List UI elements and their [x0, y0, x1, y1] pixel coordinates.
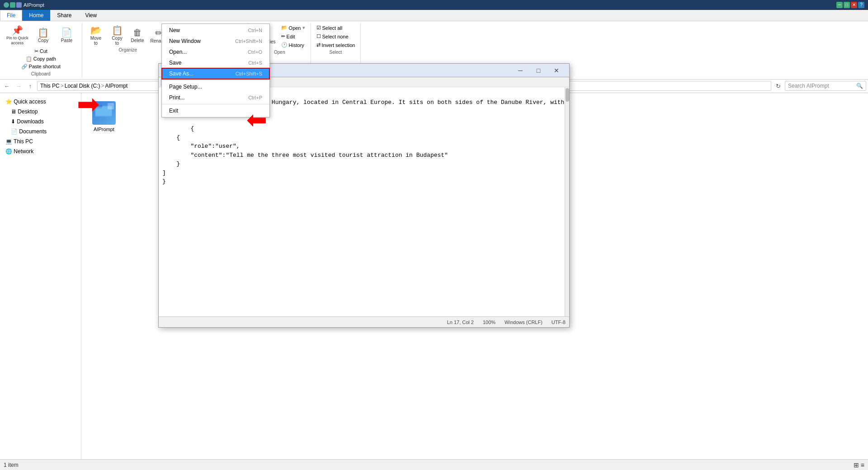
notepad-close-button[interactable]: ✕	[547, 64, 566, 77]
menu-save-as-label: Save As...	[169, 70, 193, 77]
menu-item-open[interactable]: Open... Ctrl+O	[162, 47, 269, 57]
copy-label: Copy	[38, 38, 48, 43]
sidebar-network[interactable]: 🌐 Network	[0, 146, 81, 156]
delete-label: Delete	[131, 38, 144, 43]
edit-button[interactable]: ✏ Edit	[279, 33, 307, 40]
menu-new-shortcut: Ctrl+N	[248, 28, 262, 33]
status-bar: 1 item ⊞ ≡	[0, 459, 868, 470]
status-text: 1 item	[4, 462, 19, 468]
invert-selection-button[interactable]: ⇄ Invert selection	[315, 41, 357, 49]
history-icon: 🕐	[281, 42, 288, 48]
up-button[interactable]: ↑	[25, 81, 35, 91]
sidebar-desktop[interactable]: 🖥 Desktop	[0, 107, 81, 117]
select-all-icon: ☑	[316, 25, 321, 31]
undo-icon-tb	[16, 2, 22, 8]
move-icon: 📂	[90, 25, 102, 36]
search-placeholder: Search AIPrompt	[788, 83, 829, 89]
select-none-button[interactable]: ☐ Select none	[315, 33, 357, 40]
pin-to-quick-access-button[interactable]: 📌 Pin to Quickaccess	[4, 24, 31, 47]
copy-button-large[interactable]: 📋 Copy	[32, 26, 55, 44]
menu-item-new[interactable]: New Ctrl+N	[162, 25, 269, 36]
search-box[interactable]: Search AIPrompt 🔍	[785, 81, 866, 91]
notepad-statusbar: Ln 17, Col 2 100% Windows (CRLF) UTF-8	[159, 316, 569, 327]
select-none-icon: ☐	[316, 33, 321, 39]
file-name-aiprompt: AIPrompt	[94, 127, 114, 132]
copy-to-label: Copyto	[112, 36, 122, 46]
copy-icon: 📋	[38, 27, 49, 38]
copy-path-label: Copy path	[33, 56, 56, 61]
sidebar-downloads[interactable]: ⬇ Downloads	[0, 117, 81, 127]
paste-button[interactable]: 📄 Paste	[56, 26, 78, 44]
paste-shortcut-button[interactable]: 🔗 Paste shortcut	[19, 63, 62, 70]
menu-print-shortcut: Ctrl+P	[248, 95, 262, 100]
tab-share[interactable]: Share	[50, 10, 78, 21]
menu-item-save[interactable]: Save Ctrl+S	[162, 57, 269, 68]
clipboard-group-label: Clipboard	[31, 71, 51, 76]
clipboard-sub-row: ✂ Cut	[33, 47, 49, 55]
notepad-position: Ln 17, Col 2	[447, 320, 474, 325]
select-all-button[interactable]: ☑ Select all	[315, 24, 357, 32]
notepad-scrollbar[interactable]	[565, 87, 569, 316]
cut-button[interactable]: ✂ Cut	[33, 47, 49, 55]
title-bar-controls: ─ □ ✕ ?	[836, 2, 864, 8]
detail-view-icon[interactable]: ≡	[861, 461, 864, 469]
cut-label: Cut	[40, 48, 47, 54]
tab-view[interactable]: View	[78, 10, 104, 21]
scrollbar-thumb[interactable]	[566, 88, 569, 102]
help-button[interactable]: ?	[858, 2, 864, 8]
organize-row: 📂 Moveto 📋 Copyto 🗑 Delete ✏ Rename	[86, 24, 170, 47]
view-toggle: ⊞ ≡	[854, 461, 864, 469]
title-bar-left: AIPrompt	[4, 2, 44, 8]
tab-file[interactable]: File	[0, 10, 22, 21]
open-sub-group: 📂 Open ▾ ✏ Edit 🕐 History	[279, 24, 307, 49]
menu-item-new-window[interactable]: New Window Ctrl+Shift+N	[162, 36, 269, 47]
select-row: ☑ Select all ☐ Select none ⇄ Invert sele…	[315, 24, 357, 49]
sidebar-this-pc[interactable]: 💻 This PC	[0, 136, 81, 146]
menu-new-window-shortcut: Ctrl+Shift+N	[235, 38, 262, 44]
notepad-scroll-area[interactable]: is the capital city of Hungary, located …	[159, 87, 569, 316]
open-group-label: Open	[274, 50, 285, 55]
menu-separator-1	[162, 80, 269, 80]
copy-to-button[interactable]: 📋 Copyto	[107, 24, 127, 47]
paste-label: Paste	[61, 38, 73, 43]
edit-label: Edit	[287, 34, 295, 39]
menu-print-label: Print...	[169, 94, 185, 101]
history-button[interactable]: 🕐 History	[279, 41, 307, 49]
tab-home[interactable]: Home	[22, 10, 50, 21]
title-bar-icons	[4, 2, 22, 8]
menu-item-save-as[interactable]: Save As... Ctrl+Shift+S	[162, 68, 269, 79]
clipboard-row-main: 📌 Pin to Quickaccess 📋 Copy 📄 Paste	[4, 24, 78, 47]
notepad-line-ending: Windows (CRLF)	[505, 320, 542, 325]
content-code: { { "role":"user", "content":"Tell me th…	[162, 125, 448, 185]
refresh-button[interactable]: ↻	[773, 81, 783, 91]
sidebar-quick-access[interactable]: ⭐ Quick access	[0, 97, 81, 107]
notepad-minimize-button[interactable]: ─	[511, 64, 529, 77]
history-label: History	[289, 42, 304, 48]
menu-new-label: New	[169, 27, 180, 33]
menu-separator-2	[162, 104, 269, 104]
paste-shortcut-label: Paste shortcut	[29, 64, 61, 69]
copy-path-button[interactable]: 📋 Copy path	[24, 55, 58, 63]
minimize-button[interactable]: ─	[836, 2, 843, 8]
paste-shortcut-row: 🔗 Paste shortcut	[19, 63, 62, 70]
sidebar-documents[interactable]: 📄 Documents	[0, 127, 81, 136]
ribbon-tabs: File Home Share View	[0, 10, 868, 21]
menu-item-print[interactable]: Print... Ctrl+P	[162, 92, 269, 103]
sidebar: ⭐ Quick access 🖥 Desktop ⬇ Downloads 📄 D…	[0, 93, 81, 470]
notepad-encoding: UTF-8	[552, 320, 566, 325]
close-button[interactable]: ✕	[851, 2, 857, 8]
menu-item-page-setup[interactable]: Page Setup...	[162, 81, 269, 92]
forward-button[interactable]: →	[14, 81, 24, 91]
open-button[interactable]: 📂 Open ▾	[279, 24, 307, 32]
list-view-icon[interactable]: ⊞	[854, 461, 859, 469]
menu-save-label: Save	[169, 60, 181, 66]
copy-path-icon: 📋	[26, 56, 32, 62]
delete-button[interactable]: 🗑 Delete	[128, 27, 147, 44]
notepad-content-area: is the capital city of Hungary, located …	[159, 87, 569, 316]
select-sub-group: ☑ Select all ☐ Select none ⇄ Invert sele…	[315, 24, 357, 49]
maximize-button[interactable]: □	[844, 2, 850, 8]
back-button[interactable]: ←	[2, 81, 12, 91]
move-to-button[interactable]: 📂 Moveto	[86, 24, 106, 47]
edit-icon: ✏	[281, 33, 285, 39]
notepad-maximize-button[interactable]: □	[529, 64, 547, 77]
